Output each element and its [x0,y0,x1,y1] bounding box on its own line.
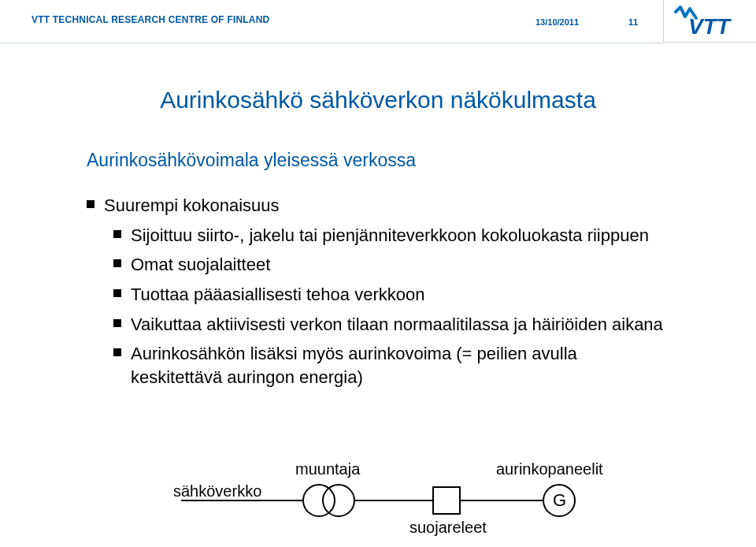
slide-title: Aurinkosähkö sähköverkon näkökulmasta [0,87,756,113]
svg-text:VTT: VTT [688,14,732,37]
bullet-list: Suurempi kokonaisuus Sijoittuu siirto-, … [87,194,669,396]
slide-subtitle: Aurinkosähkövoimala yleisessä verkossa [87,150,416,171]
bullet-item: Sijoittuu siirto-, jakelu tai pienjännit… [113,224,669,247]
slide-number: 11 [628,17,638,27]
schematic-diagram: sähköverkko muuntaja suojareleet aurinko… [173,457,614,536]
svg-rect-5 [433,487,460,514]
transformer-label: muuntaja [295,460,360,478]
bullet-item: Vaikuttaa aktiivisesti verkon tilaan nor… [113,313,669,337]
header-divider [0,43,663,43]
org-name: VTT TECHNICAL RESEARCH CENTRE OF FINLAND [32,14,269,25]
vtt-logo: VTT [663,0,756,43]
slide-header: VTT TECHNICAL RESEARCH CENTRE OF FINLAND… [0,0,756,41]
generator-symbol: G [553,490,566,511]
bullet-item: Aurinkosähkön lisäksi myös aurinkovoima … [113,342,669,389]
bullet-item: Suurempi kokonaisuus [87,194,669,218]
bullet-item: Omat suojalaitteet [113,253,669,277]
svg-point-2 [303,485,335,516]
grid-label: sähköverkko [173,482,261,500]
bullet-item: Tuottaa pääasiallisesti tehoa verkkoon [113,283,669,307]
relay-label: suojareleet [410,519,487,537]
panels-label: aurinkopaneelit [496,460,603,478]
vtt-logo-icon: VTT [673,6,748,37]
slide-date: 13/10/2011 [536,17,579,27]
svg-point-3 [323,485,354,516]
